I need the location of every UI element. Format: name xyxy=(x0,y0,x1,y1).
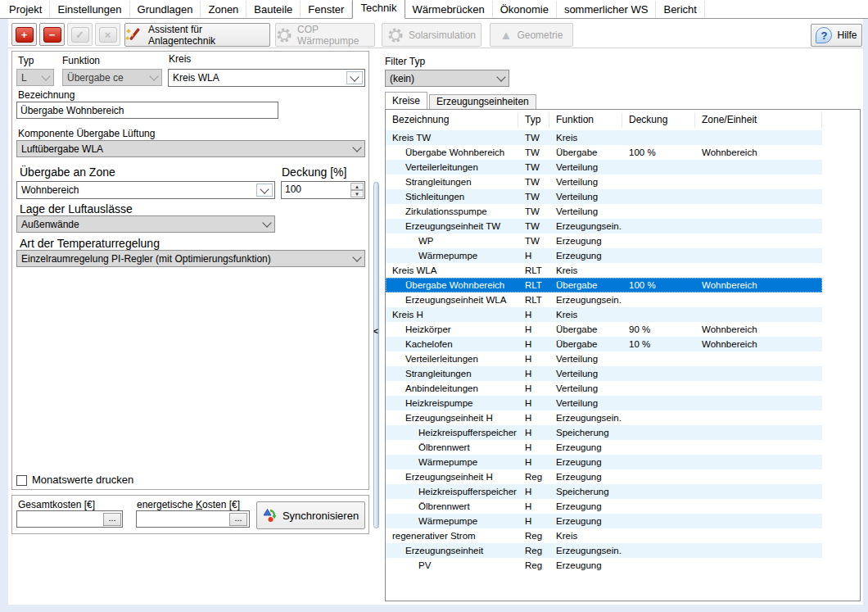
tab-projekt[interactable]: Projekt xyxy=(2,1,50,18)
bezeichnung-input[interactable] xyxy=(16,102,278,119)
tab-bericht[interactable]: Bericht xyxy=(656,1,704,18)
plus-icon: + xyxy=(16,27,34,43)
remove-button[interactable]: − xyxy=(39,23,65,46)
chevron-down-icon xyxy=(350,72,359,81)
table-row[interactable]: StichleitungenTWVerteilung xyxy=(386,189,822,204)
tab-grundlagen[interactable]: Grundlagen xyxy=(130,1,201,18)
list-tab-erzeugungseinheiten[interactable]: Erzeugungseinheiten xyxy=(429,94,536,109)
main-tabbar: ProjektEinstellungenGrundlagenZonenBaute… xyxy=(0,0,868,19)
table-row[interactable]: KachelofenHÜbergabe10 %Wohnbereich xyxy=(386,337,822,351)
tab-zonen[interactable]: Zonen xyxy=(201,1,246,18)
table-row[interactable]: HeizkörperHÜbergabe90 %Wohnbereich xyxy=(386,322,822,337)
column-header[interactable]: Bezeichnung xyxy=(386,112,518,128)
cell-bezeichnung: Erzeugungseinheit H xyxy=(386,469,518,484)
cell-zone xyxy=(695,263,822,278)
table-row[interactable]: VerteilerleitungenHVerteilung xyxy=(386,351,822,366)
table-row[interactable]: Erzeugungseinheit HHErzeugungsein... xyxy=(386,410,822,425)
table-row[interactable]: StrangleitungenTWVerteilung xyxy=(386,175,822,189)
table-row[interactable]: Kreis HHKreis xyxy=(386,307,822,322)
table-row[interactable]: ÖlbrennwertHErzeugung xyxy=(386,440,822,455)
table-row[interactable]: Übergabe WohnbereichRLTÜbergabe100 %Wohn… xyxy=(386,278,822,292)
kreis-select[interactable]: Kreis WLA xyxy=(168,69,365,87)
cell-funktion: Verteilung xyxy=(549,189,622,204)
cell-bezeichnung: Kachelofen xyxy=(386,337,518,351)
table-row[interactable]: WärmepumpeHErzeugung xyxy=(386,248,822,263)
help-button[interactable]: ? Hilfe xyxy=(811,24,862,47)
spin-up-button[interactable]: ▲ xyxy=(350,183,364,190)
tab-technik[interactable]: Technik xyxy=(352,0,405,19)
list-tab-kreise[interactable]: Kreise xyxy=(385,92,427,109)
temperaturregelung-select[interactable]: Einzelraumregelung PI-Regler (mit Optimi… xyxy=(16,250,365,267)
tab-sommerlicher-ws[interactable]: sommerlicher WS xyxy=(557,1,657,18)
table-row[interactable]: VerteilerleitungenTWVerteilung xyxy=(386,160,822,175)
energetische-kosten-browse-button[interactable]: ... xyxy=(229,513,247,526)
cell-deckung xyxy=(622,219,695,233)
geometry-button-label: Geometrie xyxy=(517,29,563,41)
spin-down-button[interactable]: ▼ xyxy=(350,190,364,197)
cell-typ: TW xyxy=(518,233,549,248)
cell-deckung xyxy=(622,455,695,469)
table-row[interactable]: Erzeugungseinheit HRegErzeugung xyxy=(386,469,822,484)
list-tabbar: KreiseErzeugungseinheiten xyxy=(385,93,538,109)
cell-deckung xyxy=(622,189,695,204)
cell-typ: H xyxy=(518,455,549,469)
cell-funktion: Übergabe xyxy=(549,278,622,292)
table-row[interactable]: Erzeugungseinheit WLARLTErzeugungsein... xyxy=(386,292,822,307)
table-row[interactable]: HeizkreispufferspeicherHSpeicherung xyxy=(386,484,822,499)
table-row[interactable]: WärmepumpeHErzeugung xyxy=(386,514,822,528)
table-row[interactable]: Kreis TWTWKreis xyxy=(386,130,822,145)
table-row[interactable]: HeizkreispufferspeicherHSpeicherung xyxy=(386,425,822,440)
cell-deckung xyxy=(622,233,695,248)
kreise-table: BezeichnungTypFunktionDeckungZone/Einhei… xyxy=(385,109,861,601)
table-row[interactable]: StrangleitungenHVerteilung xyxy=(386,366,822,381)
cell-typ: TW xyxy=(518,175,549,189)
table-row[interactable]: HeizkreispumpeHVerteilung xyxy=(386,396,822,410)
cell-deckung xyxy=(622,366,695,381)
cell-deckung xyxy=(622,543,695,558)
table-row[interactable]: PVRegErzeugung xyxy=(386,558,822,573)
table-row[interactable]: ErzeugungseinheitRegErzeugungsein... xyxy=(386,543,822,558)
cell-deckung: 100 % xyxy=(622,278,695,292)
column-header[interactable]: Typ xyxy=(518,112,549,128)
column-header[interactable]: Zone/Einheit xyxy=(695,112,822,128)
collapse-left-icon[interactable]: < xyxy=(373,327,378,337)
assistant-button[interactable]: Assistent für Anlagentechnik xyxy=(124,23,270,47)
table-row[interactable]: ZirkulationsspumpeTWVerteilung xyxy=(386,204,822,219)
filter-typ-select[interactable]: (kein) xyxy=(385,70,509,87)
cell-deckung xyxy=(622,440,695,455)
table-row[interactable]: ÖlbrennwertHErzeugung xyxy=(386,499,822,514)
synchronisieren-button[interactable]: Synchronisieren xyxy=(256,501,365,529)
komponente-select[interactable]: Luftübergabe WLA xyxy=(16,140,365,157)
column-header[interactable]: Deckung xyxy=(622,112,695,128)
gesamtkosten-browse-button[interactable]: ... xyxy=(103,513,121,526)
table-row[interactable]: Kreis WLARLTKreis xyxy=(386,263,822,278)
triangle-icon: ▲ xyxy=(500,29,513,41)
cell-deckung xyxy=(622,469,695,484)
lage-select[interactable]: Außenwände xyxy=(16,215,275,233)
table-row[interactable]: regenerativer StromRegKreis xyxy=(386,528,822,543)
tab-fenster[interactable]: Fenster xyxy=(301,1,352,18)
cell-bezeichnung: Erzeugungseinheit TW xyxy=(386,219,518,233)
tab-bauteile[interactable]: Bauteile xyxy=(246,1,301,18)
tab-waermebruecken[interactable]: Wärmebrücken xyxy=(405,1,493,18)
add-button[interactable]: + xyxy=(11,23,37,46)
uebergabe-zone-select[interactable]: Wohnbereich xyxy=(16,181,275,199)
tab-einstellungen[interactable]: Einstellungen xyxy=(50,1,129,18)
table-row[interactable]: Erzeugungseinheit TWTWErzeugungsein... xyxy=(386,219,822,233)
cell-typ: TW xyxy=(518,145,549,160)
sync-icon xyxy=(263,508,278,523)
dropdown-button[interactable] xyxy=(256,184,273,197)
column-header[interactable]: Funktion xyxy=(549,112,622,128)
dropdown-button[interactable] xyxy=(346,71,363,84)
tab-oekonomie[interactable]: Ökonomie xyxy=(493,1,557,18)
monatswerte-checkbox[interactable] xyxy=(16,475,27,486)
table-row[interactable]: AnbindeleitungenHVerteilung xyxy=(386,381,822,396)
cell-bezeichnung: Stichleitungen xyxy=(386,189,518,204)
table-row[interactable]: WärmepumpeHErzeugung xyxy=(386,455,822,469)
table-row[interactable]: Übergabe WohnbereichTWÜbergabe100 %Wohnb… xyxy=(386,145,822,160)
deckung-spinner[interactable]: 100 ▲ ▼ xyxy=(281,181,365,199)
typ-label: Typ xyxy=(18,55,34,66)
table-row[interactable]: WPTWErzeugung xyxy=(386,233,822,248)
cell-zone xyxy=(695,366,822,381)
panel-splitter[interactable] xyxy=(373,182,379,528)
